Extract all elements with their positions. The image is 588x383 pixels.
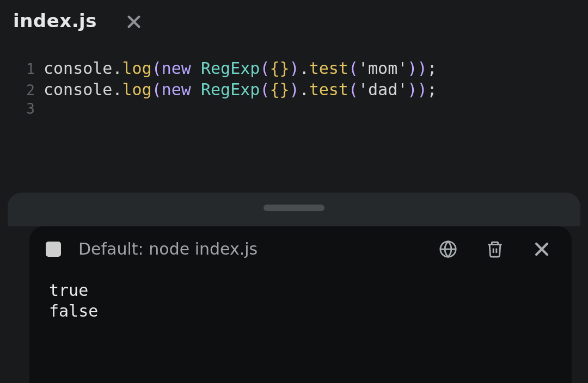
tab-bar: index.js — [0, 0, 588, 41]
terminal-panel: Default: node index.js — [29, 226, 572, 383]
close-tab-button[interactable] — [125, 13, 143, 30]
code-line[interactable]: 2console.log(new RegExp({}).test('dad'))… — [16, 79, 572, 100]
code-line[interactable]: 3 — [16, 100, 572, 119]
panel-splitter — [8, 193, 580, 226]
terminal-output[interactable]: true false — [46, 280, 555, 322]
terminal-header: Default: node index.js — [46, 239, 555, 258]
close-terminal-button[interactable] — [532, 240, 551, 258]
globe-icon[interactable] — [439, 240, 457, 258]
close-icon — [125, 13, 143, 30]
terminal-actions — [439, 240, 551, 258]
line-number: 3 — [16, 100, 44, 119]
drag-handle[interactable] — [264, 205, 324, 211]
code-content: console.log(new RegExp({}).test('mom')); — [44, 58, 437, 79]
terminal-title: Default: node index.js — [78, 239, 421, 258]
line-number: 1 — [16, 60, 44, 79]
tab-filename[interactable]: index.js — [13, 10, 97, 32]
line-number: 2 — [16, 82, 44, 100]
trash-icon[interactable] — [486, 240, 504, 258]
code-content: console.log(new RegExp({}).test('dad')); — [44, 79, 437, 100]
code-line[interactable]: 1console.log(new RegExp({}).test('mom'))… — [16, 58, 572, 79]
stop-button[interactable] — [46, 242, 61, 257]
code-editor[interactable]: 1console.log(new RegExp({}).test('mom'))… — [0, 41, 588, 119]
